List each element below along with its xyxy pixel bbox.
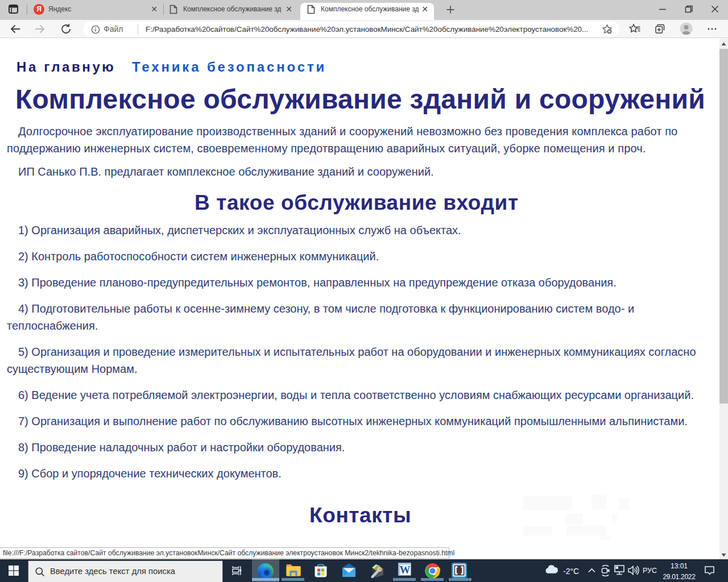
svg-text:W: W	[400, 564, 411, 576]
